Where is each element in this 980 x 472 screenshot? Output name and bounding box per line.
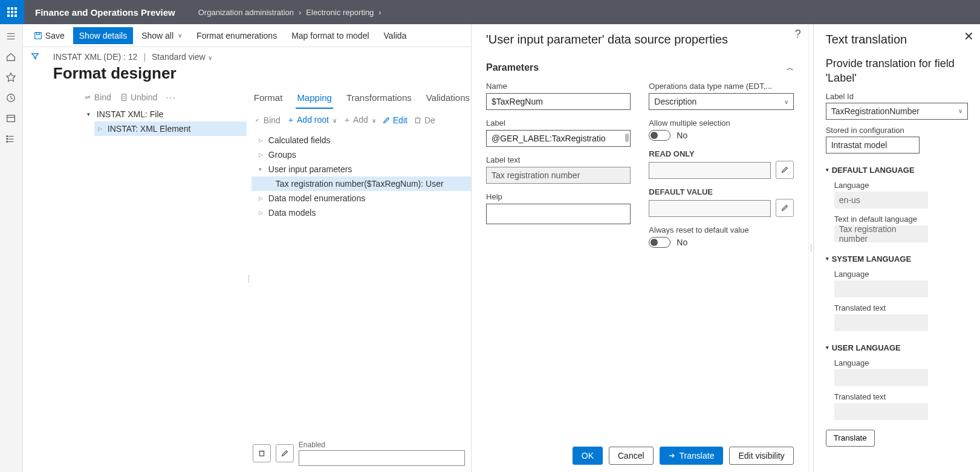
user-language-section[interactable]: ▾USER LANGUAGE xyxy=(826,337,968,352)
help-input[interactable] xyxy=(486,204,631,224)
tab-validations[interactable]: Validations xyxy=(425,90,471,109)
hamburger-icon[interactable] xyxy=(5,30,17,42)
edit-button[interactable]: Edit xyxy=(382,115,407,125)
svg-rect-18 xyxy=(259,451,264,456)
svg-rect-16 xyxy=(122,94,126,101)
tab-transformations[interactable]: Transformations xyxy=(345,90,413,109)
add-button[interactable]: ＋ Add ∨ xyxy=(343,115,376,126)
chevron-down-icon: ∨ xyxy=(784,99,788,105)
language-value[interactable] xyxy=(834,369,928,386)
ok-button[interactable]: OK xyxy=(573,447,603,465)
chevron-right-icon: › xyxy=(378,8,381,17)
chevron-down-icon: ∨ xyxy=(372,117,376,124)
name-input[interactable] xyxy=(486,93,631,110)
expand-icon[interactable] xyxy=(259,137,265,143)
translate-button[interactable]: Translate xyxy=(660,447,724,465)
save-label: Save xyxy=(45,31,65,40)
translated-value[interactable] xyxy=(834,314,928,331)
unbind-button[interactable]: Unbind xyxy=(120,92,157,102)
allow-multi-toggle[interactable] xyxy=(649,130,670,141)
close-icon[interactable]: ✕ xyxy=(964,29,974,44)
translation-title: Text translation xyxy=(826,33,968,47)
recent-icon[interactable] xyxy=(5,92,17,104)
toggle-value: No xyxy=(677,131,687,140)
expand-icon[interactable] xyxy=(87,111,93,117)
star-icon[interactable] xyxy=(5,71,17,83)
bind-button[interactable]: Bind xyxy=(83,92,111,102)
map-format-button[interactable]: Map format to model xyxy=(285,27,375,44)
labelid-select[interactable]: TaxRegistrationNumber∨ xyxy=(826,103,968,120)
properties-dialog: ? 'User input parameter' data source pro… xyxy=(471,24,808,472)
ds-item-dm[interactable]: Data models xyxy=(251,205,471,220)
delete-icon-button[interactable] xyxy=(253,444,271,462)
parameters-section-header[interactable]: Parameters ︿ xyxy=(472,51,808,79)
filter-icon[interactable] xyxy=(31,52,39,472)
default-value-label: DEFAULT VALUE xyxy=(649,187,793,199)
help-icon[interactable]: ? xyxy=(795,28,801,40)
home-icon[interactable] xyxy=(5,51,17,63)
ds-item-user-input[interactable]: User input parameters xyxy=(251,162,471,176)
default-value-edit-button[interactable] xyxy=(776,199,794,217)
collapse-icon[interactable] xyxy=(259,166,265,172)
waffle-icon[interactable] xyxy=(0,0,24,24)
default-language-section[interactable]: ▾DEFAULT LANGUAGE xyxy=(826,160,968,175)
chevron-up-icon: ︿ xyxy=(787,63,794,73)
system-language-section[interactable]: ▾SYSTEM LANGUAGE xyxy=(826,248,968,263)
list-icon[interactable] xyxy=(5,133,17,145)
svg-point-13 xyxy=(7,141,8,143)
ds-item-taxregnum[interactable]: Tax registration number($TaxRegNum): Use… xyxy=(251,176,471,191)
breadcrumb-item[interactable]: Electronic reporting xyxy=(306,8,374,17)
svg-rect-1 xyxy=(11,7,13,10)
chevron-right-icon: › xyxy=(299,8,301,17)
translation-pane: ✕ Text translation Provide translation f… xyxy=(813,24,980,472)
module-icon[interactable] xyxy=(5,112,17,124)
validate-button[interactable]: Valida xyxy=(378,27,413,44)
format-enumerations-button[interactable]: Format enumerations xyxy=(190,27,283,44)
ds-item-calculated[interactable]: Calculated fields xyxy=(251,133,471,147)
translate-action-button[interactable]: Translate xyxy=(826,430,875,447)
tree-item-child[interactable]: INSTAT: XML Element xyxy=(94,121,247,136)
tab-format[interactable]: Format xyxy=(253,90,284,109)
expand-icon[interactable] xyxy=(259,152,265,158)
splitter[interactable]: ┊ xyxy=(247,85,251,472)
expand-icon[interactable] xyxy=(259,195,265,201)
show-all-button[interactable]: Show all∨ xyxy=(135,27,188,44)
edt-select[interactable]: Description∨ xyxy=(649,93,793,110)
save-button[interactable]: Save xyxy=(28,27,71,44)
translated-value[interactable] xyxy=(834,403,928,420)
show-details-button[interactable]: Show details xyxy=(73,27,133,44)
label-input[interactable] xyxy=(486,130,631,147)
enabled-label: Enabled xyxy=(299,441,465,450)
tab-mapping[interactable]: Mapping xyxy=(296,90,333,109)
chevron-down-icon: ∨ xyxy=(333,117,337,124)
view-selector[interactable]: Standard view ∨ xyxy=(152,52,212,62)
delete-button[interactable]: De xyxy=(414,115,435,125)
label-label: Label xyxy=(486,118,631,130)
more-button[interactable]: ··· xyxy=(166,92,177,102)
reset-toggle[interactable] xyxy=(649,237,670,248)
stored-label: Stored in configuration xyxy=(826,126,968,137)
breadcrumb-item[interactable]: Organization administration xyxy=(198,8,294,17)
ds-item-dme[interactable]: Data model enumerations xyxy=(251,191,471,205)
cancel-button[interactable]: Cancel xyxy=(609,447,654,465)
enabled-field[interactable] xyxy=(299,450,465,466)
toggle-value: No xyxy=(677,238,687,247)
add-root-button[interactable]: ＋ Add root ∨ xyxy=(287,115,337,126)
dialog-title: 'User input parameter' data source prope… xyxy=(472,24,808,51)
readonly-label: READ ONLY xyxy=(649,149,793,161)
language-value: en-us xyxy=(834,192,928,209)
edit-visibility-button[interactable]: Edit visibility xyxy=(729,447,793,465)
breadcrumb: Organization administration › Electronic… xyxy=(186,8,381,17)
splitter[interactable]: ┊ xyxy=(808,24,813,472)
expand-icon[interactable] xyxy=(259,210,265,216)
bind-button[interactable]: Bind xyxy=(253,115,281,125)
edit-icon-button[interactable] xyxy=(276,444,294,462)
readonly-edit-button[interactable] xyxy=(776,161,794,179)
ds-item-groups[interactable]: Groups xyxy=(251,147,471,162)
expand-icon[interactable] xyxy=(98,126,104,132)
svg-rect-5 xyxy=(15,11,17,13)
chevron-down-icon: ∨ xyxy=(958,108,962,114)
tree-item-root[interactable]: INSTAT XML: File xyxy=(83,107,247,121)
scrollbar-thumb[interactable] xyxy=(625,134,629,142)
language-value[interactable] xyxy=(834,280,928,297)
